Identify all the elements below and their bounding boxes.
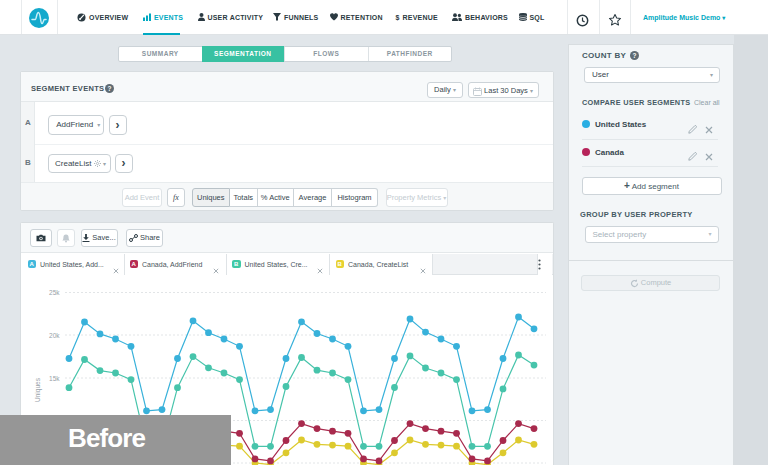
svg-text:Uniques: Uniques: [34, 377, 42, 402]
svg-text:15k: 15k: [49, 375, 60, 382]
svg-text:25k: 25k: [49, 289, 60, 296]
svg-text:20k: 20k: [49, 332, 60, 339]
